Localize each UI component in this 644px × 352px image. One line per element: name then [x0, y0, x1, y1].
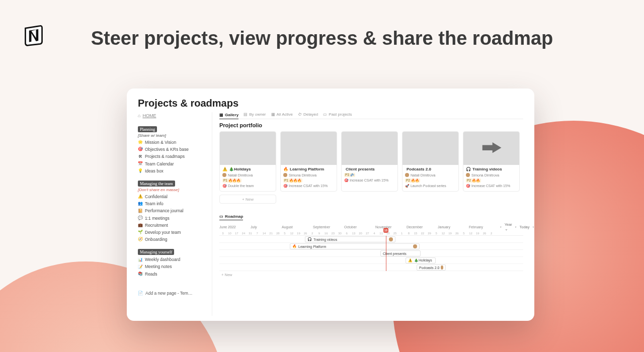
card-owner: Simona Dimitrova [471, 173, 499, 177]
timeline-bar[interactable]: Client presents [380, 250, 421, 256]
avatar [389, 237, 393, 241]
view-tabs: ▦Gallery▤By owner▦All Active⏱Delayed▭Pas… [219, 112, 523, 119]
gallery-card[interactable]: 🔥Learning PlatformSimona DimitrovaP1 🔥🔥🔥… [280, 131, 337, 192]
card-owner: Natali Dimitrova [228, 173, 253, 177]
sidebar-item-icon: 📊 [138, 257, 143, 262]
timeline-row: 🔥Learning Platform [219, 243, 523, 250]
timeline-day: 30 [337, 232, 344, 235]
today-marker: 18 [383, 228, 388, 233]
bar-icon: 🎧 [307, 237, 312, 241]
sidebar-item[interactable]: 🛠Projects & roadmaps [138, 154, 207, 159]
timeline-day: 27 [364, 232, 371, 235]
timeline-bar[interactable]: 🎧Training videos [305, 236, 395, 242]
sidebar-item-label: Confidential [145, 194, 168, 199]
timeline-prev2[interactable]: ‹ [515, 225, 517, 229]
sidebar-group-note: [Don't share en masse] [138, 188, 207, 192]
gallery-card[interactable]: 🎧Training videosSimona DimitrovaP2 🔥🔥🎯 I… [463, 131, 520, 192]
sidebar: ⌂ HOME Planning[Share w/ team]🌟Mission &… [138, 112, 212, 316]
sidebar-item[interactable]: 💼Recruitment [138, 223, 207, 228]
priority-badge: P2 🔥🔥 [405, 179, 420, 183]
sidebar-item[interactable]: 🎯Objectives & KRs base [138, 147, 207, 152]
sidebar-item-icon: 👥 [138, 201, 143, 206]
sidebar-item-icon: 📔 [138, 209, 143, 214]
sidebar-item[interactable]: 👥Team info [138, 201, 207, 206]
timeline-today-button[interactable]: Today [520, 225, 530, 229]
portfolio-title: Project portfolio [219, 122, 523, 128]
sidebar-add-page[interactable]: 📄 Add a new page - Tem… [138, 291, 207, 296]
gallery-card[interactable]: Client presentsP3 💤🎯 Increase CSAT with … [341, 131, 398, 192]
timeline-day: 2 [488, 232, 495, 235]
sidebar-item[interactable]: 🧭Onboarding [138, 237, 207, 242]
timeline-next[interactable]: › [533, 225, 534, 229]
app-logo [22, 23, 45, 48]
new-card-button[interactable]: + New [219, 195, 276, 204]
sidebar-item-label: Team info [145, 201, 164, 206]
timeline-month: June 2022 [219, 225, 251, 229]
sidebar-item-label: 1:1 meetings [145, 216, 170, 221]
tab-icon: ▭ [323, 112, 327, 117]
sidebar-item[interactable]: 📔Performance journal [138, 208, 207, 213]
sidebar-item-icon: 🎯 [138, 147, 143, 152]
sidebar-item[interactable]: 📝Meeting notes [138, 264, 207, 269]
sidebar-home-link[interactable]: ⌂ HOME [138, 113, 207, 118]
tab-icon: ▦ [219, 113, 223, 117]
timeline-day: 8 [406, 232, 413, 235]
sidebar-item[interactable]: 📚Reads [138, 272, 207, 277]
card-title: 🎧Training videos [466, 167, 517, 171]
sidebar-item-label: Ideas box [145, 168, 164, 173]
card-goal: 🎯 Increase CSAT with 15% [283, 184, 334, 188]
timeline-new-row[interactable]: + New [219, 271, 523, 277]
timeline-month: February [469, 225, 500, 229]
timeline-month: September [313, 225, 344, 229]
gallery-card[interactable]: ⚠️🎄HolidaysNatali DimitrovaP1 🔥🔥🔥🎯 Doubl… [219, 131, 276, 192]
sidebar-group-head: Planning [138, 126, 157, 132]
timeline-prev[interactable]: ‹ [500, 225, 502, 229]
tab-icon: ⏱ [298, 112, 302, 117]
timeline-month: July [251, 225, 282, 229]
tab-delayed[interactable]: ⏱Delayed [298, 112, 318, 118]
sidebar-item[interactable]: 🌱Develop your team [138, 230, 207, 235]
timeline-bar[interactable]: ⚠️🎄Holidays [406, 257, 436, 263]
sidebar-item[interactable]: ⚠️Confidential [138, 194, 207, 199]
page-icon: 📄 [138, 291, 143, 296]
tab-by-owner[interactable]: ▤By owner [244, 112, 266, 118]
timeline-day: 7 [254, 232, 261, 235]
sidebar-item[interactable]: 📊Weekly dashboard [138, 257, 207, 262]
avatar [283, 173, 287, 177]
timeline-month: December [407, 225, 438, 229]
card-title: 🔥Learning Platform [283, 167, 334, 171]
card-title: Podcasts 2.0 [405, 167, 456, 171]
card-goal: 🎯 Double the team [222, 184, 273, 188]
tab-all-active[interactable]: ▦All Active [271, 112, 293, 118]
timeline-scale[interactable]: Year ⌄ [505, 222, 512, 231]
bar-label: Client presents [383, 252, 407, 255]
timeline-bar[interactable]: Podcasts 2.0 [417, 265, 446, 271]
sidebar-item-label: Recruitment [145, 223, 168, 228]
sidebar-item[interactable]: 📅Team Calendar [138, 161, 207, 166]
card-goal: 🚀 Launch Podcast series [405, 184, 456, 188]
tab-label: Past projects [329, 112, 352, 117]
sidebar-group-head: Managing yourself [138, 249, 174, 255]
timeline-day: 1 [398, 232, 406, 235]
gallery-card[interactable]: Podcasts 2.0Natali DimitrovaP2 🔥🔥🚀 Launc… [402, 131, 459, 192]
tab-past-projects[interactable]: ▭Past projects [323, 112, 352, 118]
timeline-day: 14 [261, 232, 268, 235]
timeline-row: Podcasts 2.0 [219, 264, 523, 271]
timeline-day: 26 [453, 232, 460, 235]
sidebar-item[interactable]: 💡Ideas box [138, 168, 207, 173]
sidebar-item[interactable]: 💬1:1 meetings [138, 216, 207, 221]
gallery-cards: ⚠️🎄HolidaysNatali DimitrovaP1 🔥🔥🔥🎯 Doubl… [219, 131, 523, 192]
sidebar-item-icon: 💼 [138, 223, 143, 228]
sidebar-item-icon: 📚 [138, 272, 143, 277]
card-title: Client presents [344, 167, 395, 171]
card-owner: Natali Dimitrova [411, 173, 435, 177]
tab-gallery[interactable]: ▦Gallery [219, 112, 238, 119]
tab-roadmap[interactable]: ▭ Roadmap [219, 214, 243, 220]
priority-badge: P2 🔥🔥 [466, 179, 481, 183]
sidebar-item-label: Mission & Vision [145, 140, 176, 145]
sidebar-item[interactable]: 🌟Mission & Vision [138, 140, 207, 145]
tab-label: Gallery [225, 113, 238, 117]
timeline-bar[interactable]: 🔥Learning Platform [290, 243, 420, 249]
timeline-day: 15 [412, 232, 419, 235]
bar-label: Learning Platform [298, 245, 326, 248]
